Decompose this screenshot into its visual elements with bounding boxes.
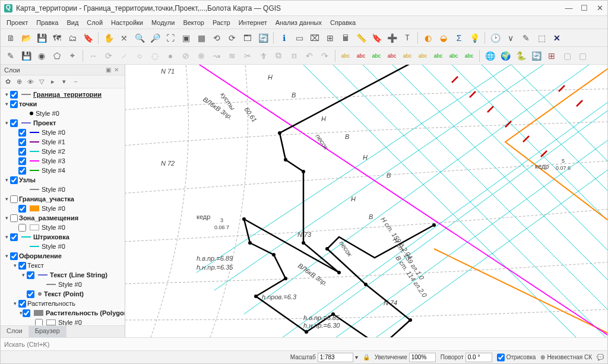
- expander-icon[interactable]: ▾: [3, 196, 10, 202]
- expander-icon[interactable]: ▾: [20, 272, 27, 278]
- plugin-x-icon[interactable]: ✕: [550, 31, 563, 45]
- reload-plugin-icon[interactable]: 🔄: [530, 49, 543, 62]
- layout-manager-icon[interactable]: 🗂: [66, 31, 79, 45]
- map-canvas[interactable]: N 71 N 72 N 73 N 74 кедр кедр кедр кусты…: [125, 65, 607, 337]
- field-calc-icon[interactable]: 🖩: [339, 31, 352, 45]
- label-abc9-icon[interactable]: abc: [463, 49, 476, 62]
- attribute-table-icon[interactable]: ⊞: [324, 31, 337, 45]
- layer-row[interactable]: Style #0: [1, 318, 125, 325]
- tab-browser[interactable]: Браузер: [29, 326, 66, 337]
- reshape-icon[interactable]: ↝: [210, 49, 223, 62]
- select-icon[interactable]: ▭: [293, 31, 306, 45]
- rotate-feature-icon[interactable]: ⟳: [102, 49, 115, 62]
- scale-dropdown-icon[interactable]: ▾: [355, 354, 358, 360]
- menu-слой[interactable]: Слой: [83, 18, 106, 27]
- scale-input[interactable]: [318, 353, 353, 362]
- vertex-tool-icon[interactable]: ⌖: [66, 49, 79, 62]
- layer-row[interactable]: ▾Зона_размещения: [1, 213, 125, 223]
- menu-вид[interactable]: Вид: [63, 18, 82, 27]
- layer-row[interactable]: Style #0: [1, 204, 125, 213]
- layer-row[interactable]: Style #0: [1, 242, 125, 251]
- zoom-input[interactable]: [409, 353, 436, 362]
- search-input[interactable]: [1, 338, 607, 350]
- tab-layers[interactable]: Слои: [1, 326, 29, 337]
- layer-row[interactable]: ▾Текст: [1, 261, 125, 270]
- layer-row[interactable]: ▾Оформление: [1, 251, 125, 261]
- layer-row[interactable]: ▾Граница_участка: [1, 194, 125, 204]
- layer-row[interactable]: Style #4: [1, 166, 125, 175]
- collapse-all-icon[interactable]: ▾: [59, 77, 69, 87]
- expander-icon[interactable]: ▾: [3, 120, 10, 126]
- python-icon[interactable]: 🐍: [514, 49, 527, 62]
- delete-part-icon[interactable]: ⊗: [195, 49, 208, 62]
- deselect-icon[interactable]: ⌧: [308, 31, 321, 45]
- zoom-layer-icon[interactable]: ▦: [195, 31, 208, 45]
- layer-row[interactable]: Style #2: [1, 147, 125, 156]
- show-tips-icon[interactable]: 💡: [468, 31, 481, 45]
- layer-row[interactable]: ▾Растительность: [1, 299, 125, 308]
- layer-row[interactable]: ▾Граница_территории: [1, 90, 125, 99]
- layer-checkbox[interactable]: [18, 262, 26, 270]
- simplify-icon[interactable]: ⟋: [118, 49, 131, 62]
- split-parts-icon[interactable]: 🗡: [256, 49, 270, 62]
- style-icon[interactable]: ✿: [3, 77, 12, 87]
- edit-pencil-icon[interactable]: ✎: [4, 49, 17, 62]
- layer-row[interactable]: Style #0: [1, 109, 125, 118]
- menu-интернет[interactable]: Интернет: [235, 18, 271, 27]
- rotate-input[interactable]: [466, 353, 492, 362]
- layer-checkbox[interactable]: [18, 157, 26, 165]
- merge-icon[interactable]: ⧉: [272, 49, 285, 62]
- filter-icon[interactable]: ∨: [504, 31, 517, 45]
- label-abc2-icon[interactable]: abc: [354, 49, 368, 62]
- layer-checkbox[interactable]: [18, 138, 26, 146]
- menu-вектор[interactable]: Вектор: [179, 18, 208, 27]
- menu-правка[interactable]: Правка: [33, 18, 62, 27]
- layer-checkbox[interactable]: [18, 300, 26, 308]
- plugin-more2-icon[interactable]: ▢: [576, 49, 589, 62]
- label-abc8-icon[interactable]: abc: [447, 49, 460, 62]
- layer-checkbox[interactable]: [10, 100, 18, 108]
- layer-row[interactable]: Style #1: [1, 137, 125, 147]
- layer-row[interactable]: ▾Текст (Line String): [1, 270, 125, 280]
- layer-checkbox[interactable]: [10, 214, 18, 222]
- fill-ring-icon[interactable]: ●: [164, 49, 177, 62]
- layer-row[interactable]: Style #3: [1, 156, 125, 166]
- text-annot-icon[interactable]: Ｔ: [401, 31, 414, 45]
- panel-close-icon[interactable]: ✕: [114, 67, 121, 74]
- label-abc6-icon[interactable]: abc: [416, 49, 429, 62]
- menu-настройки[interactable]: Настройки: [107, 18, 147, 27]
- label-show-icon[interactable]: ◐: [422, 31, 435, 45]
- undock-icon[interactable]: ▣: [106, 67, 113, 74]
- layer-checkbox[interactable]: [10, 233, 18, 241]
- offset-curve-icon[interactable]: ≋: [226, 49, 239, 62]
- layer-checkbox[interactable]: [18, 129, 26, 137]
- expander-icon[interactable]: ▾: [3, 234, 10, 240]
- filter-legend-icon[interactable]: ▽: [37, 77, 46, 87]
- layer-row[interactable]: Style #0: [1, 128, 125, 137]
- layer-checkbox[interactable]: [10, 91, 18, 99]
- render-checkbox[interactable]: [497, 353, 505, 362]
- refresh-icon[interactable]: 🔄: [256, 31, 270, 45]
- undo-icon[interactable]: ↶: [303, 49, 316, 62]
- zoom-in-icon[interactable]: 🔍: [133, 31, 146, 45]
- menu-анализ данных[interactable]: Анализ данных: [272, 18, 325, 27]
- remove-layer-icon[interactable]: －: [71, 77, 80, 87]
- expander-icon[interactable]: ▾: [3, 91, 10, 97]
- zoom-selection-icon[interactable]: ▣: [179, 31, 192, 45]
- expander-icon[interactable]: ▾: [3, 253, 10, 259]
- layer-row[interactable]: ▾Проект: [1, 118, 125, 128]
- stats-icon[interactable]: Σ: [452, 31, 466, 45]
- expander-icon[interactable]: ▾: [11, 262, 18, 268]
- zoom-next-icon[interactable]: ⟳: [226, 31, 239, 45]
- menu-проект[interactable]: Проект: [3, 18, 31, 27]
- layer-row[interactable]: Style #0: [1, 185, 125, 194]
- zoom-out-icon[interactable]: 🔎: [148, 31, 162, 45]
- add-group-icon[interactable]: ⊕: [14, 77, 24, 87]
- style-manager-icon[interactable]: 🔖: [81, 31, 94, 45]
- expander-icon[interactable]: ▾: [3, 177, 10, 183]
- layer-checkbox[interactable]: [18, 148, 26, 156]
- maximize-button[interactable]: ☐: [580, 4, 588, 12]
- redo-icon[interactable]: ↷: [318, 49, 331, 62]
- manage-views-icon[interactable]: 👁: [26, 77, 35, 87]
- layer-checkbox[interactable]: [18, 205, 26, 213]
